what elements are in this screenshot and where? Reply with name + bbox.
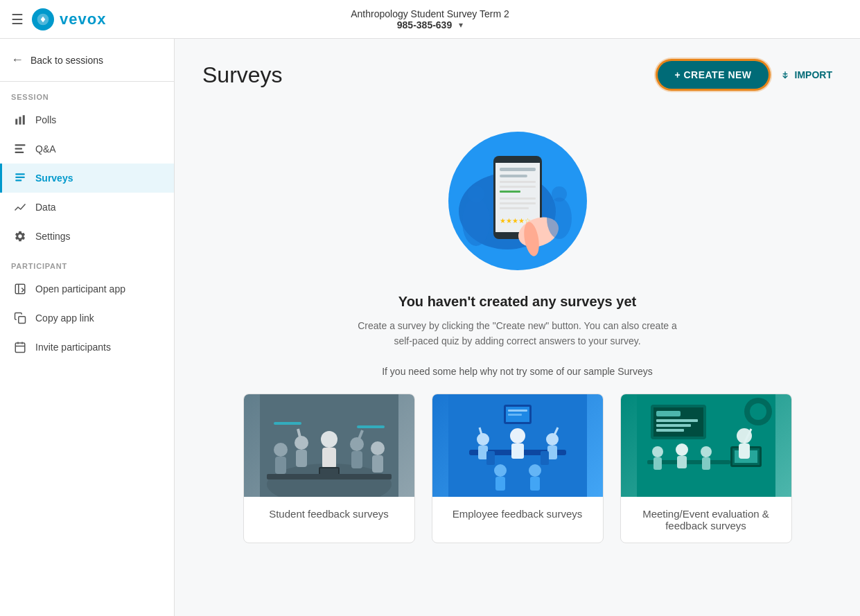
session-info: Anthropology Student Survey Term 2 985-3… — [351, 8, 509, 30]
vevox-logo-svg — [36, 12, 50, 26]
copy-link-icon — [13, 311, 27, 325]
open-app-icon — [13, 282, 27, 296]
logo: vevox — [32, 8, 106, 30]
svg-point-47 — [371, 441, 385, 455]
logo-icon — [32, 8, 54, 30]
svg-rect-42 — [296, 450, 307, 467]
svg-rect-40 — [275, 457, 286, 474]
main-content: Surveys + CREATE NEW IMPORT — [175, 39, 860, 616]
svg-rect-94 — [739, 443, 750, 459]
svg-point-60 — [510, 428, 525, 443]
svg-rect-4 — [15, 144, 26, 146]
svg-rect-53 — [267, 474, 392, 479]
svg-rect-85 — [653, 457, 662, 470]
session-name: Anthropology Student Survey Term 2 — [351, 8, 509, 19]
polls-label: Polls — [35, 114, 56, 125]
back-to-sessions-label: Back to sessions — [30, 55, 103, 66]
svg-rect-61 — [511, 443, 524, 459]
back-arrow-icon: ← — [11, 53, 24, 67]
surveys-label: Surveys — [35, 173, 73, 184]
svg-rect-87 — [677, 456, 687, 468]
svg-rect-27 — [500, 197, 536, 200]
session-section-label: SESSION — [0, 82, 174, 105]
copy-link-label: Copy app link — [35, 313, 94, 324]
svg-rect-55 — [357, 425, 385, 428]
svg-rect-26 — [500, 191, 520, 193]
svg-rect-69 — [530, 477, 540, 491]
invite-label: Invite participants — [35, 342, 111, 353]
student-card-image — [244, 394, 414, 497]
empty-state: ★★★★☆ You haven't created any surveys ye… — [202, 111, 832, 565]
svg-point-97 — [750, 403, 766, 420]
main-layout: ← Back to sessions SESSION Polls Q&A Sur… — [0, 39, 860, 616]
import-button[interactable]: IMPORT — [780, 69, 832, 80]
svg-rect-25 — [500, 186, 536, 188]
data-label: Data — [35, 202, 56, 213]
svg-point-68 — [529, 464, 541, 477]
hamburger-menu-icon[interactable]: ☰ — [11, 11, 24, 28]
meeting-card-label: Meeting/Event evaluation & feedback surv… — [621, 497, 791, 543]
data-icon — [13, 200, 27, 214]
surveys-icon — [13, 171, 27, 185]
svg-rect-8 — [15, 177, 25, 178]
top-header: ☰ vevox Anthropology Student Survey Term… — [0, 0, 860, 39]
sidebar-item-qa[interactable]: Q&A — [0, 134, 174, 164]
svg-point-43 — [321, 431, 337, 448]
sidebar-item-open-app[interactable]: Open participant app — [0, 274, 174, 303]
page-header: Surveys + CREATE NEW IMPORT — [202, 61, 832, 89]
survey-illustration-svg: ★★★★☆ — [441, 125, 594, 277]
student-illustration — [260, 394, 398, 497]
empty-title: You haven't created any surveys yet — [202, 294, 832, 310]
svg-rect-59 — [478, 446, 488, 459]
svg-point-66 — [494, 464, 507, 477]
svg-point-35 — [547, 197, 572, 239]
svg-rect-28 — [500, 202, 536, 204]
svg-point-84 — [652, 446, 663, 457]
import-label: IMPORT — [795, 69, 832, 80]
empty-illustration: ★★★★☆ — [441, 125, 594, 277]
sidebar-item-invite[interactable]: Invite participants — [0, 333, 174, 362]
svg-rect-6 — [15, 152, 24, 153]
svg-rect-82 — [656, 429, 684, 432]
svg-point-88 — [701, 446, 712, 457]
header-actions: + CREATE NEW IMPORT — [658, 61, 832, 89]
svg-rect-48 — [372, 455, 383, 473]
logo-text: vevox — [60, 10, 106, 28]
svg-rect-71 — [541, 451, 549, 465]
sidebar-item-data[interactable]: Data — [0, 193, 174, 222]
meeting-illustration — [637, 394, 775, 497]
sample-card-student[interactable]: Student feedback surveys — [243, 394, 415, 543]
qa-label: Q&A — [35, 143, 56, 155]
svg-rect-7 — [15, 173, 25, 175]
sidebar-item-settings[interactable]: Settings — [0, 222, 174, 251]
empty-description: Create a survey by clicking the "Create … — [351, 318, 684, 349]
invite-icon — [13, 340, 27, 354]
create-new-button[interactable]: + CREATE NEW — [658, 61, 768, 89]
sidebar: ← Back to sessions SESSION Polls Q&A Sur… — [0, 39, 175, 616]
participant-section-label: PARTICIPANT — [0, 251, 174, 274]
sidebar-item-copy-link[interactable]: Copy app link — [0, 303, 174, 333]
sidebar-item-surveys[interactable]: Surveys — [0, 164, 174, 193]
qa-icon — [13, 142, 27, 156]
svg-rect-75 — [508, 414, 522, 416]
sidebar-item-polls[interactable]: Polls — [0, 105, 174, 134]
svg-rect-46 — [351, 451, 362, 468]
settings-icon — [13, 229, 27, 243]
employee-card-image — [432, 394, 603, 497]
employee-card-label: Employee feedback surveys — [432, 497, 603, 531]
svg-rect-1 — [15, 119, 17, 125]
svg-rect-67 — [495, 477, 505, 491]
back-to-sessions-link[interactable]: ← Back to sessions — [0, 39, 174, 82]
svg-rect-29 — [500, 207, 529, 209]
sample-card-meeting[interactable]: Meeting/Event evaluation & feedback surv… — [620, 394, 792, 543]
sample-card-employee[interactable]: Employee feedback surveys — [432, 394, 604, 543]
svg-rect-24 — [500, 181, 536, 183]
svg-rect-9 — [15, 179, 21, 181]
svg-rect-80 — [656, 419, 698, 422]
sample-help-text: If you need some help why not try some o… — [202, 366, 832, 377]
session-dropdown-icon[interactable]: ▾ — [459, 20, 463, 30]
svg-rect-89 — [702, 457, 710, 470]
svg-point-34 — [468, 186, 484, 202]
svg-point-33 — [462, 197, 490, 246]
page-title: Surveys — [202, 62, 283, 88]
